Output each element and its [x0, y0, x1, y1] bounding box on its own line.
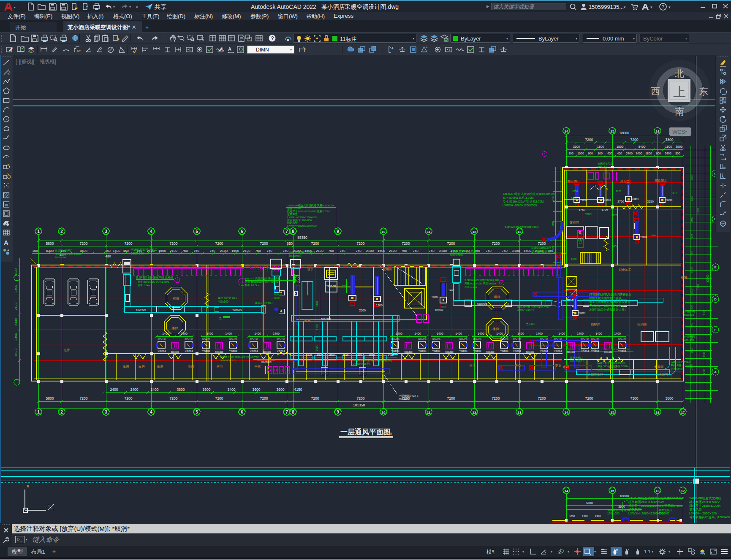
svg-text:450: 450	[123, 249, 129, 253]
svg-text:单层百叶送风口: 单层百叶送风口	[218, 296, 237, 300]
svg-text:5800: 5800	[46, 241, 54, 246]
svg-text:4: 4	[242, 280, 244, 284]
svg-text:15: 15	[611, 130, 614, 133]
svg-text:主食加工: 主食加工	[655, 179, 668, 182]
svg-text:1400: 1400	[496, 332, 503, 335]
svg-text:单层百叶回风口: 单层百叶回风口	[55, 249, 73, 252]
svg-text:平顶留洞800x420: 平顶留洞800x420	[531, 246, 552, 250]
svg-text:14: 14	[565, 130, 568, 133]
svg-text:900: 900	[690, 234, 693, 238]
svg-text:300x200(5个): 300x200(5个)	[570, 360, 585, 363]
svg-text:应对设备、部件等认真检查,: 应对设备、部件等认真检查,	[589, 304, 625, 308]
svg-text:淋浴: 淋浴	[470, 364, 476, 368]
svg-text:240x240(15个): 240x240(15个)	[517, 308, 534, 311]
svg-text:YGF03: YGF03	[640, 236, 647, 238]
svg-text:1750: 1750	[579, 208, 585, 211]
svg-text:发现问题及时通知设计人员): 发现问题及时通知设计人员)	[589, 308, 625, 311]
svg-text:1500: 1500	[378, 249, 385, 253]
svg-text:2400: 2400	[14, 333, 18, 341]
svg-text:1: 1	[37, 229, 40, 234]
svg-text:13: 13	[518, 411, 522, 414]
svg-text:库房: 库房	[139, 365, 145, 368]
svg-text:YGF04: YGF04	[418, 350, 427, 352]
svg-text:淋浴: 淋浴	[217, 365, 223, 368]
svg-text:YGF04: YGF04	[513, 350, 521, 352]
svg-text:3400: 3400	[228, 387, 236, 392]
svg-text:可调双层百叶送风口: 可调双层百叶送风口	[131, 248, 158, 252]
svg-text:浴房: 浴房	[188, 365, 195, 368]
svg-text:施工安装单位在空调设备安装前: 施工安装单位在空调设备安装前	[589, 300, 630, 304]
svg-text:洗碗间: 洗碗间	[658, 373, 668, 376]
svg-text:7200: 7200	[170, 396, 178, 400]
svg-text:885x130: 885x130	[185, 338, 193, 341]
svg-text:库房: 库房	[123, 365, 130, 368]
svg-text:常闭对开多叶排烟口 常闭电动控制: 常闭对开多叶排烟口 常闭电动控制	[353, 359, 392, 362]
svg-text:单层百叶送风口: 单层百叶送风口	[255, 302, 273, 305]
svg-text:1500: 1500	[690, 288, 693, 294]
svg-text:750: 750	[429, 249, 435, 253]
svg-text:YGF04: YGF04	[158, 350, 166, 352]
svg-text:11: 11	[427, 411, 431, 414]
svg-text:750: 750	[193, 249, 199, 253]
svg-text:7200: 7200	[630, 138, 639, 142]
svg-text:3600: 3600	[573, 145, 580, 149]
svg-text:4150: 4150	[294, 387, 302, 392]
svg-text:7200: 7200	[697, 284, 699, 290]
svg-text:LWF-I-5 壁式轴流通风机: LWF-I-5 壁式轴流通风机	[598, 361, 625, 365]
svg-text:13: 13	[518, 230, 522, 234]
svg-text:10: 10	[382, 230, 386, 234]
svg-text:750: 750	[502, 249, 508, 253]
svg-text:1160: 1160	[601, 348, 607, 351]
svg-text:600x600: 600x600	[526, 351, 534, 353]
svg-text:WCS: WCS	[672, 129, 685, 135]
svg-text:干衣: 干衣	[255, 365, 261, 368]
svg-text:11: 11	[427, 230, 431, 234]
svg-text:YGF03: YGF03	[632, 198, 639, 200]
svg-text:YGF04: YGF04	[459, 350, 467, 352]
svg-text:3600: 3600	[253, 387, 261, 392]
svg-text:切配间: 切配间	[591, 323, 601, 327]
svg-text:1400: 1400	[181, 332, 188, 335]
svg-text:土0.00: 土0.00	[526, 322, 535, 325]
svg-text:2100: 2100	[366, 249, 374, 253]
svg-text:1400: 1400	[254, 332, 261, 335]
svg-text:A: A	[4, 239, 8, 246]
svg-text:−: −	[178, 38, 181, 42]
svg-text:600x600: 600x600	[263, 351, 271, 353]
svg-text:外墙进风口: 外墙进风口	[684, 335, 697, 338]
svg-text:750: 750	[486, 249, 492, 253]
svg-text:150: 150	[32, 249, 38, 253]
svg-text:600x600: 600x600	[171, 351, 179, 353]
svg-text:1: 1	[544, 153, 546, 156]
svg-text:LXWXH=2000X120: LXWXH=2000X120	[689, 511, 717, 515]
svg-text:YGF04: YGF04	[391, 350, 399, 352]
svg-text:功率:3/7.5kw: 功率:3/7.5kw	[245, 284, 260, 287]
svg-text:6: 6	[241, 410, 243, 414]
svg-text:百叶送风口: 百叶送风口	[659, 509, 673, 512]
svg-text:2100: 2100	[512, 249, 520, 253]
svg-text:风压:500Pa 风机:3.70M: 风压:500Pa 风机:3.70M	[503, 196, 534, 200]
svg-text:楼梯: 楼梯	[172, 326, 178, 330]
svg-text:换衣: 换衣	[304, 319, 311, 322]
svg-text:YGF04: YGF04	[277, 350, 285, 352]
svg-text:885x130: 885x130	[581, 338, 589, 341]
svg-text:1200: 1200	[376, 304, 383, 307]
svg-text:17: 17	[681, 489, 685, 493]
svg-text:7200: 7200	[357, 396, 365, 400]
svg-text:600x600: 600x600	[604, 351, 612, 353]
svg-text:YGF04: YGF04	[540, 350, 548, 352]
svg-text:1500: 1500	[524, 249, 531, 253]
svg-text:S.JF-BX-6S 低噪声轴流风机: S.JF-BX-6S 低噪声轴流风机	[136, 276, 173, 279]
svg-text:7200: 7200	[125, 241, 133, 246]
svg-text:Y: Y	[27, 484, 30, 489]
svg-text:7: 7	[285, 410, 288, 414]
svg-text:1600: 1600	[577, 152, 584, 155]
svg-text:LWF-I-4 壁式轴流: LWF-I-4 壁式轴流	[671, 360, 690, 364]
svg-text:S.JF-WX-6S消防排烟轴流风机: S.JF-WX-6S消防排烟轴流风机	[505, 225, 539, 229]
svg-text:975m3/h: 975m3/h	[598, 166, 607, 168]
svg-text:冷荤间: 冷荤间	[608, 365, 617, 369]
svg-text:2400: 2400	[130, 387, 139, 392]
svg-text:YAH6-4R组合式空调机组风量6000M3/h: YAH6-4R组合式空调机组风量6000M3/h	[628, 496, 684, 500]
svg-text:排烟系统由消防部门验收,: 排烟系统由消防部门验收,	[589, 297, 622, 300]
svg-text:YGF04: YGF04	[473, 350, 481, 352]
